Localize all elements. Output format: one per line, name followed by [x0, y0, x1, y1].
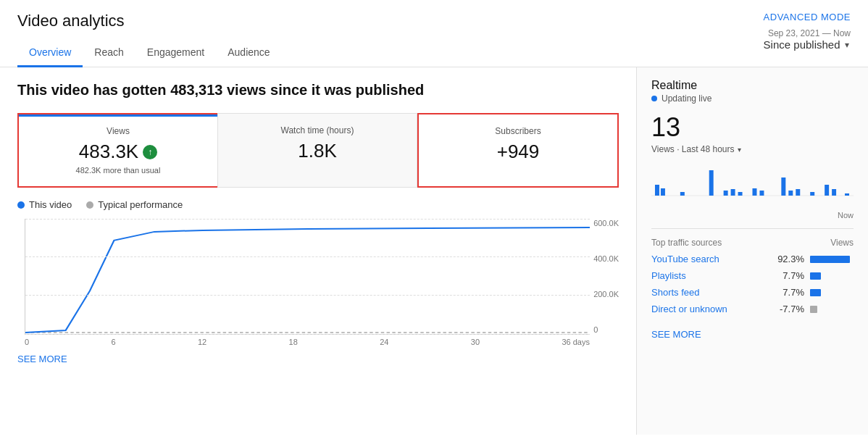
chart-legend: This video Typical performance [17, 199, 619, 210]
watch-time-card: Watch time (hours) 1.8K [217, 113, 417, 188]
tab-audience[interactable]: Audience [216, 39, 281, 67]
since-published-label: Since published [764, 38, 840, 51]
watch-time-number: 1.8K [298, 140, 337, 162]
playlists-bar [810, 272, 821, 280]
typical-label: Typical performance [98, 199, 183, 210]
y-label-bottom: 0 [593, 325, 619, 334]
x-label-6: 6 [111, 338, 115, 346]
subscribers-number: +949 [497, 141, 540, 163]
header-right: ADVANCED MODE Sep 23, 2021 — Now Since p… [764, 12, 851, 59]
svg-rect-9 [759, 191, 764, 196]
y-label-mid1: 400.0K [593, 254, 619, 263]
subscribers-value: +949 [433, 141, 603, 163]
views-number: 483.3K [79, 141, 138, 163]
metrics-row: Views 483.3K ↑ 482.3K more than usual Wa… [17, 113, 619, 188]
shorts-feed-bar-container [810, 288, 854, 298]
youtube-search-source[interactable]: YouTube search [651, 254, 768, 264]
subscribers-label: Subscribers [433, 126, 603, 136]
legend-typical: Typical performance [86, 199, 183, 210]
shorts-feed-source[interactable]: Shorts feed [651, 287, 768, 298]
svg-rect-8 [753, 188, 757, 196]
gridline-mid2 [25, 295, 590, 296]
watch-time-value: 1.8K [233, 140, 402, 162]
x-label-36: 36 days [562, 338, 590, 346]
traffic-row-playlists: Playlists 7.7% [651, 270, 854, 281]
traffic-see-more-button[interactable]: SEE MORE [651, 329, 701, 340]
svg-rect-1 [655, 185, 659, 196]
views-last-48-dropdown[interactable]: Views · Last 48 hours ▾ [651, 144, 854, 154]
direct-pct: -7.7% [768, 304, 804, 314]
legend-this-video: This video [17, 199, 72, 210]
subscribers-card: Subscribers +949 [417, 113, 619, 188]
y-label-mid2: 200.0K [593, 290, 619, 298]
direct-source[interactable]: Direct or unknown [651, 304, 768, 314]
direct-bar-container [810, 304, 854, 314]
svg-rect-11 [788, 191, 793, 196]
svg-rect-6 [731, 189, 735, 196]
tab-reach[interactable]: Reach [83, 39, 135, 67]
x-label-0: 0 [25, 338, 29, 346]
playlists-pct: 7.7% [768, 270, 804, 281]
header-left: Video analytics Overview Reach Engagemen… [17, 12, 282, 67]
traffic-header: Top traffic sources Views [651, 238, 854, 248]
tab-bar: Overview Reach Engagement Audience [17, 39, 282, 67]
svg-rect-5 [724, 191, 728, 196]
youtube-search-pct: 92.3% [768, 254, 804, 264]
views-value: 483.3K ↑ [33, 141, 203, 163]
realtime-count: 13 [651, 112, 854, 143]
svg-rect-14 [825, 185, 829, 196]
playlists-source[interactable]: Playlists [651, 270, 768, 281]
left-panel: This video has gotten 483,313 views sinc… [0, 67, 636, 435]
since-published-dropdown[interactable]: Since published ▾ [764, 38, 851, 51]
x-label-30: 30 [471, 338, 480, 346]
page-title: Video analytics [17, 12, 282, 30]
direct-bar [810, 306, 817, 313]
gridline-top [25, 219, 590, 220]
typical-dot [86, 201, 93, 209]
advanced-mode-button[interactable]: ADVANCED MODE [764, 12, 851, 22]
top-bar-indicator [19, 114, 217, 117]
svg-rect-10 [781, 177, 785, 196]
chart-area: 600.0K 400.0K 200.0K 0 [25, 219, 590, 335]
this-video-dot [17, 201, 25, 209]
traffic-row-youtube-search: YouTube search 92.3% [651, 254, 854, 264]
svg-rect-4 [709, 170, 714, 196]
main-content: This video has gotten 483,313 views sinc… [0, 67, 868, 435]
svg-rect-16 [845, 193, 849, 196]
svg-rect-12 [796, 189, 800, 196]
summary-title: This video has gotten 483,313 views sinc… [17, 82, 619, 99]
watch-time-label: Watch time (hours) [233, 125, 402, 135]
x-label-24: 24 [380, 338, 388, 346]
this-video-label: This video [29, 199, 72, 210]
traffic-source-header: Top traffic sources [651, 238, 722, 248]
svg-rect-15 [832, 189, 836, 196]
y-label-top: 600.0K [593, 219, 619, 227]
mini-chart-svg [651, 163, 854, 206]
traffic-row-direct: Direct or unknown -7.7% [651, 304, 854, 314]
views-sub: 482.3K more than usual [33, 166, 203, 175]
realtime-title: Realtime [651, 79, 854, 92]
chevron-down-icon: ▾ [845, 40, 849, 50]
shorts-feed-pct: 7.7% [768, 287, 804, 298]
svg-rect-3 [680, 192, 685, 196]
svg-rect-13 [810, 192, 814, 196]
youtube-search-bar [810, 256, 850, 263]
page-header: Video analytics Overview Reach Engagemen… [0, 0, 868, 67]
chart-y-labels: 600.0K 400.0K 200.0K 0 [593, 219, 619, 334]
see-more-button[interactable]: SEE MORE [17, 354, 67, 364]
x-label-18: 18 [289, 338, 298, 346]
up-arrow-icon: ↑ [143, 145, 157, 159]
updating-live-label: Updating live [662, 93, 711, 104]
now-label: Now [651, 211, 854, 220]
chevron-down-icon: ▾ [738, 146, 741, 154]
views-last-48-label: Views · Last 48 hours [651, 144, 735, 154]
mini-bar-chart [651, 163, 854, 206]
tab-engagement[interactable]: Engagement [135, 39, 216, 67]
live-dot-icon [651, 96, 657, 101]
views-label: Views [33, 126, 203, 136]
svg-rect-7 [738, 192, 743, 196]
updating-live-indicator: Updating live [651, 93, 854, 104]
tab-overview[interactable]: Overview [17, 39, 83, 67]
chart-svg [25, 219, 590, 334]
traffic-views-header: Views [830, 238, 854, 248]
